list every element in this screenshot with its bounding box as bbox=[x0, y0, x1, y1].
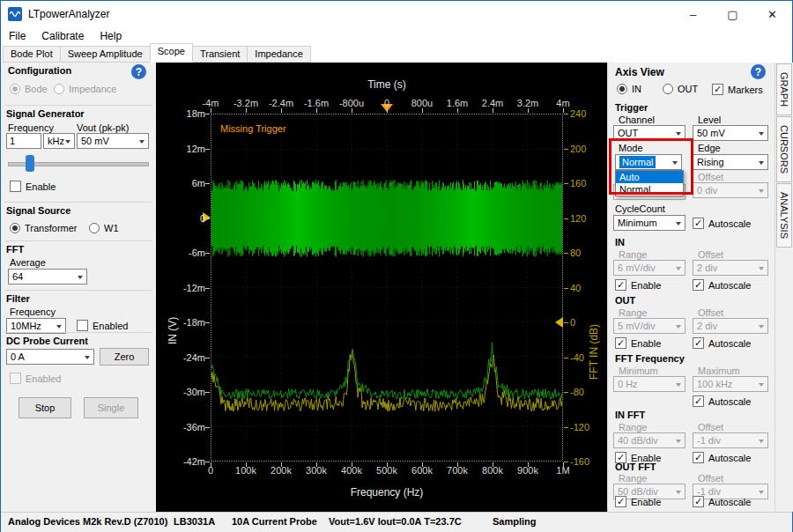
trigger-edge-select[interactable]: Rising bbox=[693, 154, 768, 170]
stop-button[interactable]: Stop bbox=[19, 397, 71, 418]
menu-bar: File Calibrate Help bbox=[1, 27, 792, 45]
in-fft-range-select: 40 dB/div bbox=[613, 432, 686, 448]
zero-button[interactable]: Zero bbox=[100, 348, 149, 366]
time-tick-label: 0 bbox=[367, 98, 406, 108]
radio-dot bbox=[89, 223, 100, 233]
filter-enabled-checkbox[interactable]: Enabled bbox=[77, 320, 128, 331]
missing-trigger-label: Missing Trigger bbox=[220, 123, 286, 134]
fft-frequency-autoscale-checkbox[interactable]: Autoscale bbox=[693, 395, 751, 407]
axis-in-radio[interactable]: IN bbox=[617, 84, 641, 94]
time-tick bbox=[211, 108, 211, 113]
out-range-label: Range bbox=[619, 307, 647, 318]
in-tick bbox=[205, 288, 210, 289]
window-title: LTpowerAnalyzer bbox=[28, 8, 109, 20]
time-tick-label: 3.2m bbox=[508, 98, 547, 108]
out-fft-autoscale-checkbox[interactable]: Autoscale bbox=[693, 496, 751, 507]
radio-dot bbox=[663, 84, 673, 94]
tab-scope[interactable]: Scope bbox=[150, 43, 193, 63]
impedance-radio: Impedance bbox=[54, 84, 116, 94]
w1-radio[interactable]: W1 bbox=[89, 223, 119, 233]
in-tick bbox=[205, 114, 210, 115]
side-tab-graph[interactable]: GRAPH bbox=[776, 63, 792, 115]
dc-probe-current-select[interactable]: 0 A bbox=[6, 349, 94, 365]
time-tick-label: -3.2m bbox=[226, 98, 265, 108]
in-tick-label: 18m bbox=[168, 108, 205, 119]
markers-checkbox[interactable]: Markers bbox=[712, 84, 763, 95]
fft-tick bbox=[564, 427, 568, 428]
time-tick bbox=[246, 108, 247, 113]
enable-generator-checkbox[interactable]: Enable bbox=[10, 181, 56, 192]
mode-label: Mode bbox=[619, 143, 643, 153]
help-icon[interactable]: ? bbox=[751, 64, 766, 79]
in-tick-label: -12m bbox=[168, 283, 205, 293]
tab-impedance[interactable]: Impedance bbox=[247, 46, 310, 63]
fft-average-select[interactable]: 64 bbox=[8, 269, 87, 284]
fft-tick-label: 40 bbox=[570, 283, 609, 293]
tab-sweep-amplitude[interactable]: Sweep Amplitude bbox=[60, 46, 151, 63]
cyclecount-select[interactable]: Minimum bbox=[613, 215, 686, 231]
amplitude-slider-thumb[interactable] bbox=[26, 155, 34, 172]
trigger-channel-select[interactable]: OUT bbox=[613, 125, 686, 141]
in-tick bbox=[205, 149, 210, 150]
transformer-radio[interactable]: Transformer bbox=[10, 223, 78, 233]
time-tick bbox=[563, 108, 564, 113]
fft-offset-marker[interactable] bbox=[555, 317, 563, 328]
mode-option-normal[interactable]: Normal bbox=[616, 183, 683, 196]
out-autoscale-checkbox[interactable]: Autoscale bbox=[693, 337, 751, 349]
chevron-down-icon bbox=[759, 325, 764, 329]
frequency-unit-select[interactable]: kHz bbox=[43, 133, 75, 149]
chevron-down-icon bbox=[676, 491, 681, 494]
menu-help[interactable]: Help bbox=[92, 28, 130, 44]
out-enable-checkbox[interactable]: Enable bbox=[615, 337, 661, 349]
in-enable-checkbox[interactable]: Enable bbox=[615, 279, 661, 291]
in-tick-label: -30m bbox=[168, 387, 205, 397]
menu-calibrate[interactable]: Calibrate bbox=[33, 28, 92, 44]
tab-strip: Bode Plot Sweep Amplitude Scope Transien… bbox=[3, 45, 792, 63]
close-button[interactable]: ✕ bbox=[752, 1, 792, 27]
fft-title: FFT bbox=[6, 244, 24, 255]
chevron-down-icon bbox=[759, 189, 764, 193]
in-tick-label: -36m bbox=[168, 422, 205, 432]
out-fft-offset-label: Offset bbox=[698, 473, 723, 484]
menu-file[interactable]: File bbox=[1, 28, 33, 44]
minimize-button[interactable]: – bbox=[673, 1, 713, 27]
out-fft-enable-checkbox[interactable]: Enable bbox=[615, 496, 661, 507]
tab-bode-plot[interactable]: Bode Plot bbox=[3, 46, 61, 63]
fft-tick bbox=[564, 183, 568, 184]
in-tick-label: 6m bbox=[168, 178, 205, 188]
trigger-autoscale-checkbox[interactable]: Autoscale bbox=[693, 218, 751, 229]
help-icon[interactable]: ? bbox=[131, 64, 146, 79]
plot-area[interactable]: Missing Trigger bbox=[211, 114, 563, 462]
maximize-button[interactable]: ▢ bbox=[713, 1, 752, 27]
tab-transient[interactable]: Transient bbox=[192, 46, 248, 63]
checkbox-box bbox=[10, 181, 21, 192]
freq-tick bbox=[493, 462, 493, 467]
side-tab-cursors[interactable]: CURSORS bbox=[776, 116, 792, 182]
in-fft-range-label: Range bbox=[619, 422, 647, 432]
chevron-down-icon bbox=[676, 440, 681, 443]
freq-tick bbox=[246, 462, 247, 467]
trigger-mode-select[interactable]: Normal bbox=[615, 154, 682, 170]
trigger-level-select[interactable]: 50 mV bbox=[693, 125, 768, 141]
signal-generator-title: Signal Generator bbox=[6, 108, 85, 119]
waveform-canvas bbox=[211, 115, 562, 461]
checkbox-box bbox=[693, 395, 704, 407]
in-tick bbox=[205, 392, 210, 393]
time-tick-label: 2.4m bbox=[473, 98, 512, 108]
freq-tick bbox=[528, 462, 529, 467]
in-fft-autoscale-checkbox[interactable]: Autoscale bbox=[693, 452, 751, 463]
mode-option-auto[interactable]: Auto bbox=[616, 171, 683, 183]
freq-tick bbox=[457, 462, 458, 467]
side-tab-analysis[interactable]: ANALYSIS bbox=[776, 183, 792, 248]
radio-dot bbox=[10, 84, 20, 94]
in-autoscale-checkbox[interactable]: Autoscale bbox=[693, 279, 751, 291]
time-tick bbox=[493, 108, 493, 113]
frequency-input[interactable] bbox=[6, 133, 41, 149]
single-button: Single bbox=[84, 397, 138, 418]
checkbox-box bbox=[615, 496, 626, 507]
fft-max-label: Maximum bbox=[698, 366, 740, 376]
in-tick-label: -24m bbox=[168, 352, 205, 363]
dc-probe-enabled-checkbox: Enabled bbox=[10, 373, 61, 384]
axis-out-radio[interactable]: OUT bbox=[663, 84, 698, 94]
vout-select[interactable]: 50 mV bbox=[77, 133, 149, 149]
